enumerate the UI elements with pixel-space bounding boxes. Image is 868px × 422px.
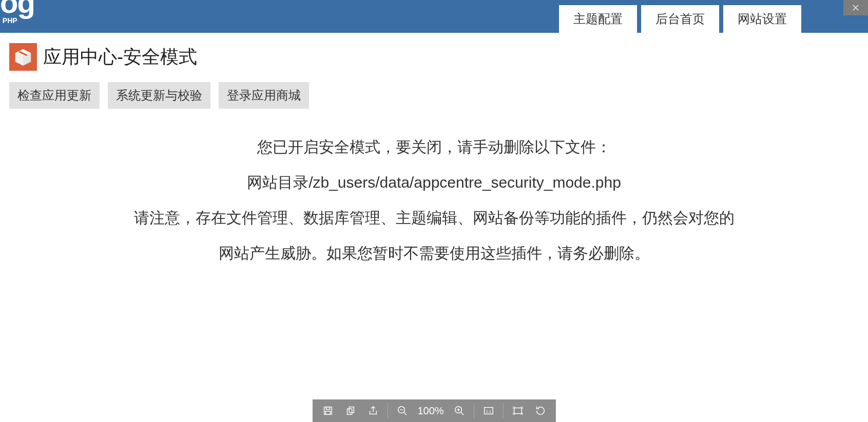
actual-size-button[interactable]: 1:1 <box>478 400 499 421</box>
content: 应用中心-安全模式 检查应用更新 系统更新与校验 登录应用商城 您已开启安全模式… <box>0 33 868 271</box>
zoom-in-button[interactable] <box>449 400 470 421</box>
svg-rect-8 <box>325 411 330 414</box>
close-icon <box>851 3 860 12</box>
zoom-out-icon <box>396 405 408 416</box>
message-block: 您已开启安全模式，要关闭，请手动删除以下文件： 网站目录/zb_users/da… <box>131 129 737 271</box>
title-row: 应用中心-安全模式 <box>9 43 859 71</box>
zoom-level: 100% <box>414 405 447 417</box>
fit-screen-button[interactable] <box>508 400 528 421</box>
message-line-1: 您已开启安全模式，要关闭，请手动删除以下文件： <box>131 129 737 165</box>
tab-admin-home[interactable]: 后台首页 <box>641 5 719 33</box>
tab-site-settings[interactable]: 网站设置 <box>723 5 801 33</box>
page-title: 应用中心-安全模式 <box>43 45 197 70</box>
svg-rect-20 <box>514 408 522 414</box>
separator <box>474 403 474 418</box>
rotate-icon <box>535 405 546 416</box>
one-to-one-icon: 1:1 <box>483 405 494 416</box>
box-icon <box>9 43 37 71</box>
zoom-in-icon <box>454 405 465 416</box>
svg-line-15 <box>460 412 464 415</box>
save-button[interactable] <box>317 400 338 421</box>
share-icon <box>367 405 378 416</box>
system-update-button[interactable]: 系统更新与校验 <box>108 82 210 109</box>
fit-icon <box>512 405 524 416</box>
save-icon <box>322 405 333 416</box>
separator <box>503 403 504 418</box>
login-store-button[interactable]: 登录应用商城 <box>219 82 309 109</box>
check-updates-button[interactable]: 检查应用更新 <box>9 82 100 109</box>
logo-main: og <box>0 0 34 12</box>
separator <box>387 403 388 418</box>
logo: og PHP <box>0 0 17 33</box>
message-line-2: 网站目录/zb_users/data/appcentre_security_mo… <box>131 165 737 200</box>
share-button[interactable] <box>362 400 383 421</box>
message-line-3: 请注意，存在文件管理、数据库管理、主题编辑、网站备份等功能的插件，仍然会对您的网… <box>131 200 737 271</box>
header-bar: og PHP 主题配置 后台首页 网站设置 <box>0 0 868 33</box>
svg-rect-10 <box>349 407 354 413</box>
svg-rect-9 <box>347 409 352 414</box>
svg-text:1:1: 1:1 <box>486 409 491 414</box>
tab-theme-config[interactable]: 主题配置 <box>559 5 637 33</box>
copy-icon <box>344 405 356 416</box>
svg-line-12 <box>403 412 407 415</box>
svg-rect-7 <box>326 407 330 410</box>
button-row: 检查应用更新 系统更新与校验 登录应用商城 <box>9 82 859 109</box>
rotate-button[interactable] <box>530 400 551 421</box>
viewer-toolbar: 100% 1:1 <box>312 399 555 422</box>
zoom-out-button[interactable] <box>392 400 412 421</box>
close-button[interactable] <box>843 0 868 15</box>
logo-sub: PHP <box>3 16 17 25</box>
nav-tabs: 主题配置 后台首页 网站设置 <box>559 5 801 33</box>
copy-button[interactable] <box>340 400 360 421</box>
